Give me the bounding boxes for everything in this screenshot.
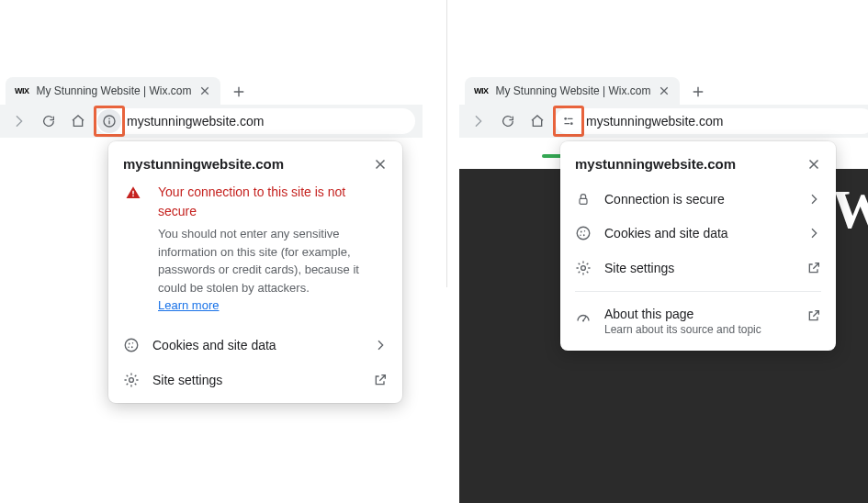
- close-popup-button[interactable]: [373, 157, 388, 172]
- tab-title: My Stunning Website | Wix.com: [496, 84, 651, 97]
- open-external-icon: [806, 261, 821, 275]
- cookie-icon: [575, 225, 592, 241]
- svg-point-11: [564, 117, 567, 120]
- browser-toolbar: mystunningwebsite.com: [459, 105, 868, 138]
- svg-point-21: [581, 266, 586, 271]
- svg-rect-15: [580, 198, 587, 204]
- security-warning: Your connection to this site is not secu…: [108, 183, 402, 328]
- panel-divider: [446, 0, 447, 287]
- svg-point-6: [129, 342, 130, 344]
- close-tab-button[interactable]: [658, 84, 671, 97]
- svg-point-1: [108, 118, 110, 120]
- popup-divider: [575, 291, 821, 292]
- site-info-button[interactable]: [97, 109, 121, 133]
- row-label: Cookies and site data: [604, 226, 794, 240]
- browser-tab[interactable]: WIX My Stunning Website | Wix.com: [465, 77, 680, 105]
- new-tab-button[interactable]: [226, 79, 252, 105]
- svg-point-16: [577, 227, 590, 240]
- gear-icon: [123, 372, 140, 388]
- reload-button[interactable]: [496, 109, 520, 133]
- warning-title: Your connection to this site is not secu…: [158, 183, 388, 221]
- address-bar[interactable]: mystunningwebsite.com: [96, 108, 415, 134]
- chevron-right-icon: [806, 192, 821, 207]
- learn-more-link[interactable]: Learn more: [158, 298, 219, 312]
- cookies-row[interactable]: Cookies and site data: [560, 216, 836, 251]
- lock-icon: [575, 192, 592, 207]
- tab-title: My Stunning Website | Wix.com: [37, 84, 192, 97]
- gear-icon: [575, 260, 592, 276]
- page-content: W mystunningwebsite.com Connection is se…: [459, 138, 868, 503]
- favicon: WIX: [474, 86, 489, 95]
- row-label: Connection is secure: [604, 192, 794, 207]
- row-label: Site settings: [604, 261, 794, 275]
- url-text: mystunningwebsite.com: [127, 114, 264, 129]
- svg-point-19: [583, 234, 585, 236]
- svg-point-7: [132, 342, 134, 344]
- svg-point-22: [582, 319, 584, 321]
- svg-point-5: [125, 339, 138, 352]
- warning-icon: [125, 184, 141, 201]
- svg-rect-4: [132, 196, 134, 197]
- close-tab-button[interactable]: [198, 84, 211, 97]
- site-settings-row[interactable]: Site settings: [560, 251, 836, 285]
- address-bar[interactable]: mystunningwebsite.com: [555, 108, 868, 134]
- connection-secure-row[interactable]: Connection is secure: [560, 183, 836, 216]
- svg-point-13: [570, 122, 573, 125]
- svg-point-18: [584, 230, 586, 232]
- favicon: WIX: [15, 86, 29, 95]
- svg-point-20: [580, 235, 581, 237]
- row-label: Cookies and site data: [152, 338, 360, 352]
- popup-title: mystunningwebsite.com: [123, 156, 284, 172]
- row-label: About this page Learn about its source a…: [604, 307, 794, 336]
- about-label: About this page: [604, 307, 693, 321]
- about-sublabel: Learn about its source and topic: [604, 323, 794, 336]
- tab-strip: WIX My Stunning Website | Wix.com: [0, 73, 423, 105]
- browser-toolbar: mystunningwebsite.com: [0, 105, 423, 138]
- new-tab-button[interactable]: [685, 79, 711, 105]
- svg-rect-3: [132, 191, 134, 195]
- svg-rect-12: [568, 118, 573, 119]
- svg-point-9: [128, 346, 130, 348]
- page-logo-fragment: W: [832, 178, 868, 241]
- about-page-row[interactable]: About this page Learn about its source a…: [560, 297, 836, 345]
- close-popup-button[interactable]: [806, 157, 821, 172]
- speedometer-icon: [575, 308, 592, 325]
- tab-strip: WIX My Stunning Website | Wix.com: [459, 73, 868, 105]
- site-info-button[interactable]: [557, 109, 581, 133]
- browser-window-insecure: WIX My Stunning Website | Wix.com mystun…: [0, 73, 423, 503]
- chevron-right-icon: [373, 338, 388, 352]
- svg-rect-2: [108, 120, 109, 124]
- browser-tab[interactable]: WIX My Stunning Website | Wix.com: [6, 77, 220, 105]
- home-button[interactable]: [66, 109, 90, 133]
- home-button[interactable]: [525, 109, 549, 133]
- open-external-icon: [373, 373, 388, 387]
- cookies-row[interactable]: Cookies and site data: [108, 328, 402, 363]
- svg-point-10: [130, 377, 134, 382]
- site-settings-row[interactable]: Site settings: [108, 363, 402, 397]
- svg-rect-14: [564, 123, 569, 124]
- forward-button[interactable]: [7, 109, 31, 133]
- open-external-icon: [806, 308, 821, 323]
- reload-button[interactable]: [37, 109, 61, 133]
- svg-point-8: [131, 346, 133, 348]
- cookie-icon: [123, 337, 140, 353]
- svg-point-17: [581, 231, 582, 233]
- chevron-right-icon: [806, 226, 821, 240]
- site-info-popup: mystunningwebsite.com Your connection to…: [108, 141, 402, 403]
- row-label: Site settings: [152, 373, 360, 387]
- page-content: mystunningwebsite.com Your connection to…: [0, 138, 423, 503]
- warning-text: You should not enter any sensitive infor…: [158, 225, 388, 296]
- url-text: mystunningwebsite.com: [586, 114, 723, 129]
- forward-button[interactable]: [467, 109, 490, 133]
- browser-window-secure: WIX My Stunning Website | Wix.com mystun…: [459, 73, 868, 503]
- site-info-popup: mystunningwebsite.com Connection is secu…: [560, 141, 836, 351]
- popup-title: mystunningwebsite.com: [575, 156, 736, 172]
